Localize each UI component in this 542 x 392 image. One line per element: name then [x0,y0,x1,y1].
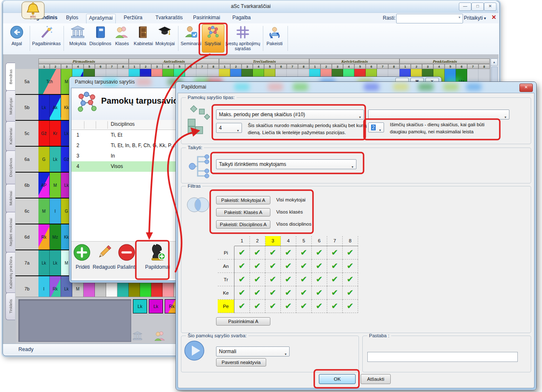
grid-column-header[interactable]: 6 [312,236,327,246]
check-cell[interactable]: ✔ [265,246,281,260]
check-cell[interactable]: ✔ [281,300,296,313]
grid-column-header[interactable]: 8 [343,236,358,246]
grid-column-header[interactable]: 5 [296,236,312,246]
row-label[interactable]: 5c [15,121,38,147]
grid-row-label[interactable]: Pi [218,246,234,260]
check-cell[interactable]: ✔ [327,273,343,286]
lesson-cell[interactable]: Lk [50,147,61,172]
check-cell[interactable]: ✔ [327,246,343,260]
check-cell[interactable]: ✔ [296,300,312,313]
check-cell[interactable]: ✔ [234,286,250,300]
row-label[interactable]: 7b [15,276,38,297]
row-label[interactable]: 6a [15,147,38,173]
close-button[interactable]: ✕ [484,3,496,11]
ok-button[interactable]: OK [319,374,356,384]
apply-combobox[interactable]: Taikyti išrinktiems mokytojams [216,159,356,169]
tab-tvarkarastis[interactable]: Tvarkaraštis [153,14,185,24]
sidebar-tab-ne-d-ti-mokiniai[interactable]: Neįdėti mokiniai [5,212,15,253]
students-mini-icon[interactable] [154,330,166,342]
lesson-cell[interactable]: G [38,147,50,172]
building-mini-icon[interactable] [132,331,143,342]
check-cell[interactable]: ✔ [265,300,281,313]
papildomai-button[interactable]: Papildomai [141,264,174,270]
sidebar-tab-kabinet-prie-i-ra[interactable]: Kabinetų priežiūra [5,252,15,293]
grid-fence-icon[interactable] [236,25,250,39]
check-cell[interactable]: ✔ [281,260,296,273]
lesson-cell[interactable]: Tch [38,69,61,94]
row-label[interactable]: 7a [15,250,38,276]
person-swap-icon[interactable] [267,25,282,39]
pencil-icon[interactable] [95,243,113,262]
grid-column-header[interactable]: 7 [327,236,343,246]
grid-row-label[interactable]: Tr [218,273,234,286]
check-cell[interactable]: ✔ [343,286,358,300]
lesson-cell[interactable]: Lk [38,250,50,275]
check-cell[interactable]: ✔ [327,300,343,313]
toolbar-label-mokytojai[interactable]: Mokytojai [152,41,178,46]
sidebar-tab-tinklelis[interactable]: Tinklelis [5,293,15,320]
grid-row-label[interactable]: An [218,260,234,273]
toolbar-label-apribojimu-sarasas[interactable]: Įvestų apribojimų sąrašas [224,41,262,51]
toolbar-label-sarysiai[interactable]: Sąryšiai [201,41,224,46]
check-cell[interactable]: ✔ [296,273,312,286]
molecule-icon[interactable] [206,25,220,39]
grid-row-label[interactable]: Pe [218,300,234,313]
lesson-cell[interactable]: M [50,173,61,198]
unplaced-lesson-card[interactable]: Lk [133,299,147,313]
school-building-icon[interactable] [69,25,86,39]
toolbar-label-seminarai[interactable]: Seminarai [179,41,203,46]
cancel-button[interactable]: Atšaukti [361,374,391,384]
type-combobox[interactable]: Maks. periodų per dieną skaičius (#10) [216,109,364,120]
toolbar-label-atgal[interactable]: Atgal [4,41,29,46]
day-period-check-grid[interactable]: 12345678Pi✔✔✔✔✔✔✔✔An✔✔✔✔✔✔✔✔Tr✔✔✔✔✔✔✔✔Ke… [218,236,360,314]
row-label[interactable]: 6b [15,173,38,199]
grid-row-label[interactable]: Ke [218,286,234,300]
check-cell[interactable]: ✔ [312,260,327,273]
lesson-cell[interactable]: Ak [50,95,61,120]
check-cell[interactable]: ✔ [312,273,327,286]
check-cell[interactable]: ✔ [265,273,281,286]
check-cell[interactable]: ✔ [234,273,250,286]
check-cell[interactable]: ✔ [250,273,265,286]
find-combobox[interactable] [396,14,463,23]
minus-circle-icon[interactable] [117,243,136,262]
note-input[interactable] [367,352,518,362]
close-filter-icon[interactable]: ✕ [491,14,496,20]
door-icon[interactable] [136,25,150,39]
sidebar-tab-mokiniai[interactable]: Mokiniai [5,184,15,213]
plus-circle-icon[interactable] [73,243,91,262]
lesson-cell[interactable]: Gž [38,121,50,146]
lesson-cell[interactable]: Mz [50,224,61,249]
tab-bylos[interactable]: Bylos [64,14,81,24]
unplaced-lessons-bin[interactable] [18,299,131,342]
sidebar-tab-mokytojai[interactable]: Mokytojai [5,90,15,122]
toolbar-label-disciplinos[interactable]: Disciplinos [86,41,115,46]
sidebar-tab-kabinetai[interactable]: Kabinetai [5,121,15,151]
check-cell[interactable]: ✔ [343,246,358,260]
check-cell[interactable]: ✔ [312,246,327,260]
grid-column-header[interactable]: 2 [250,236,265,246]
grid-column-header[interactable]: 4 [281,236,296,246]
check-cell[interactable]: ✔ [234,300,250,313]
toolbar-label-klases[interactable]: Klasės [112,41,132,46]
check-cell[interactable]: ✔ [250,260,265,273]
pakeisti-klases-button[interactable]: Pakeisti: Klasės A [216,208,270,216]
person-check-icon[interactable] [184,25,198,39]
check-cell[interactable]: ✔ [312,300,327,313]
magic-wand-icon[interactable] [39,25,53,39]
check-cell[interactable]: ✔ [296,246,312,260]
row-label[interactable]: 5a [15,69,38,95]
check-cell[interactable]: ✔ [281,273,296,286]
pasirinkimai-button[interactable]: Pasirinkimai A [216,317,270,326]
lesson-cell[interactable]: AP [38,173,50,198]
check-cell[interactable]: ✔ [281,286,296,300]
check-cell[interactable]: ✔ [343,273,358,286]
lesson-cell[interactable]: I [50,199,61,224]
check-cell[interactable]: ✔ [312,286,327,300]
graduation-cap-icon[interactable] [158,25,172,39]
asc-bell-logo-icon[interactable]: aSc [21,1,45,20]
grid-column-header[interactable]: 1 [234,236,250,246]
row-label[interactable]: 6c [15,199,38,224]
check-cell[interactable]: ✔ [250,246,265,260]
check-cell[interactable]: ✔ [296,286,312,300]
